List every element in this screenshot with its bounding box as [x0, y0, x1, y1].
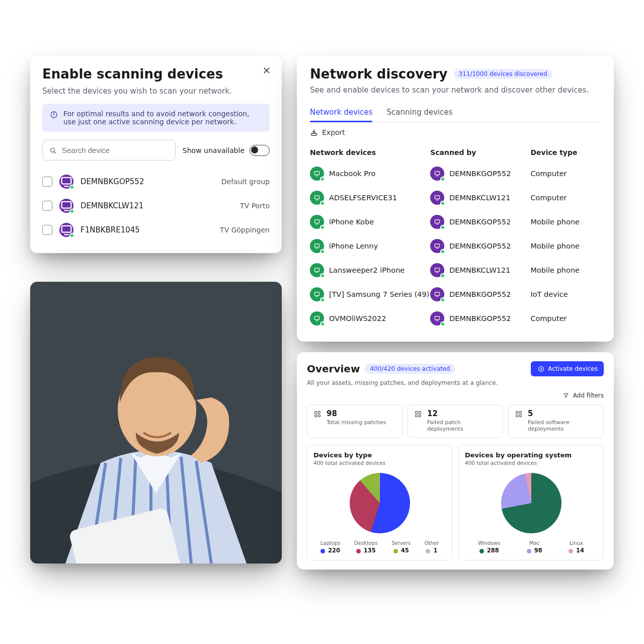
svg-rect-60	[419, 415, 421, 417]
legend-item: Laptops 220	[320, 540, 341, 554]
tab-scanning-devices[interactable]: Scanning devices	[386, 104, 452, 122]
network-device-name: iPhone Kobe	[329, 218, 374, 226]
search-device-input-wrap[interactable]	[42, 140, 176, 160]
pie-chart	[501, 473, 561, 533]
chart-title: Devices by operating system	[465, 451, 597, 459]
svg-rect-44	[435, 292, 440, 295]
scan-device-row: DEMNBKGOP552 Default group	[42, 170, 270, 194]
scan-device-row: F1NBKBRE1045 TV Göppingen	[42, 218, 270, 242]
svg-rect-40	[435, 268, 440, 271]
export-icon	[310, 128, 318, 136]
legend-value: 135	[356, 547, 376, 554]
network-table-row[interactable]: OVMOliWS2022 DEMNBKGOP552 Computer	[310, 306, 601, 331]
plus-circle-icon	[537, 365, 545, 373]
svg-rect-5	[62, 178, 71, 184]
device-checkbox[interactable]	[42, 177, 52, 187]
device-icon	[310, 311, 324, 326]
svg-rect-59	[416, 415, 418, 417]
legend-item: Mac 98	[527, 540, 542, 554]
scanner-icon	[430, 311, 444, 326]
svg-rect-38	[314, 268, 319, 271]
pie-chart	[350, 473, 410, 533]
scanner-name: DEMNBKCLW121	[449, 194, 510, 202]
device-icon	[310, 239, 324, 253]
legend-value: 288	[479, 547, 499, 554]
network-table-row[interactable]: Lansweeper2 iPhone DEMNBKCLW121 Mobile p…	[310, 258, 601, 282]
add-filters-button[interactable]: Add filters	[307, 391, 604, 399]
close-button[interactable]	[261, 64, 273, 76]
device-group: TV Göppingen	[220, 226, 270, 234]
chart-devices-by-type: Devices by type 400 total activated devi…	[307, 445, 452, 560]
device-type: IoT device	[530, 290, 601, 298]
discovered-badge: 311/1000 devices discovered	[454, 69, 552, 79]
kpi-value: 5	[528, 410, 597, 418]
legend-value: 1	[426, 547, 437, 554]
info-banner: For optimal results and to avoid network…	[42, 104, 270, 132]
device-icon	[59, 199, 73, 213]
legend-value: 98	[527, 547, 542, 554]
network-discovery-card: Network discovery 311/1000 devices disco…	[297, 55, 614, 342]
legend-item: Servers 45	[391, 540, 411, 554]
svg-rect-46	[314, 316, 319, 319]
svg-rect-57	[416, 412, 418, 414]
chart-devices-by-os: Devices by operating system 400 total ac…	[458, 445, 604, 560]
network-table-row[interactable]: Macbook Pro DEMNBKGOP552 Computer	[310, 162, 601, 186]
close-icon	[262, 66, 271, 75]
chart-title: Devices by type	[313, 451, 446, 459]
svg-rect-42	[314, 292, 319, 295]
svg-rect-34	[314, 244, 319, 247]
legend-value: 45	[393, 547, 409, 554]
scan-device-row: DEMNBKCLW121 TV Porto	[42, 194, 270, 218]
legend-name: Laptops	[320, 540, 341, 546]
tab-network-devices[interactable]: Network devices	[310, 104, 372, 122]
legend-item: Other 1	[425, 540, 439, 554]
kpi-card[interactable]: 98 Total missing patches	[307, 405, 403, 438]
scanner-icon	[430, 239, 444, 253]
network-table: Network devices Scanned by Device type M…	[310, 143, 601, 331]
show-unavailable-toggle[interactable]	[250, 145, 270, 156]
svg-rect-62	[519, 412, 521, 414]
svg-rect-54	[318, 412, 320, 414]
svg-rect-48	[435, 316, 440, 319]
network-table-row[interactable]: iPhone Lenny DEMNBKGOP552 Mobile phone	[310, 234, 601, 258]
legend-value: 220	[320, 547, 340, 554]
device-type: Computer	[530, 170, 601, 178]
kpi-label: Failed patch deployments	[427, 419, 497, 432]
svg-rect-28	[435, 196, 440, 199]
svg-rect-63	[516, 415, 518, 417]
overview-subtitle: All your assets, missing patches, and de…	[307, 379, 604, 386]
network-device-name: Macbook Pro	[329, 170, 375, 178]
search-icon	[49, 146, 57, 154]
kpi-card[interactable]: 12 Failed patch deployments	[408, 405, 503, 438]
legend-name: Linux	[570, 540, 583, 546]
network-subtitle: See and enable devices to scan your netw…	[310, 86, 601, 95]
scan-title: Enable scanning devices	[42, 66, 270, 82]
network-table-row[interactable]: [TV] Samsung 7 Series (49) DEMNBKGOP552 …	[310, 282, 601, 306]
search-device-input[interactable]	[61, 145, 169, 155]
network-table-row[interactable]: iPhone Kobe DEMNBKGOP552 Mobile phone	[310, 210, 601, 234]
enable-scanning-card: Enable scanning devices Select the devic…	[30, 55, 282, 253]
overview-card: Overview 400/420 devices activated Activ…	[297, 352, 614, 570]
activate-devices-button[interactable]: Activate devices	[531, 361, 604, 376]
overview-title: Overview	[307, 363, 360, 375]
device-icon	[310, 167, 324, 181]
device-icon	[310, 287, 324, 301]
scanner-name: DEMNBKGOP552	[449, 314, 511, 323]
kpi-value: 98	[327, 410, 386, 418]
chart-legend: Laptops 220Desktops 135Servers 45Other 1	[313, 540, 446, 554]
device-type: Mobile phone	[530, 242, 601, 250]
network-table-row[interactable]: ADSELFSERVICE31 DEMNBKCLW121 Computer	[310, 186, 601, 210]
kpi-card[interactable]: 5 Failed software deployments	[508, 405, 604, 438]
device-type: Mobile phone	[530, 266, 601, 274]
legend-value: 14	[569, 547, 584, 554]
device-checkbox[interactable]	[42, 201, 52, 211]
svg-rect-56	[318, 415, 320, 417]
export-button[interactable]: Export	[310, 128, 601, 136]
legend-item: Linux 14	[569, 540, 584, 554]
chart-legend: Windows 288Mac 98Linux 14	[465, 540, 597, 554]
legend-item: Windows 288	[478, 540, 501, 554]
legend-name: Other	[425, 540, 439, 546]
device-checkbox[interactable]	[42, 225, 52, 235]
device-name: DEMNBKGOP552	[80, 177, 144, 186]
export-label: Export	[322, 128, 345, 136]
